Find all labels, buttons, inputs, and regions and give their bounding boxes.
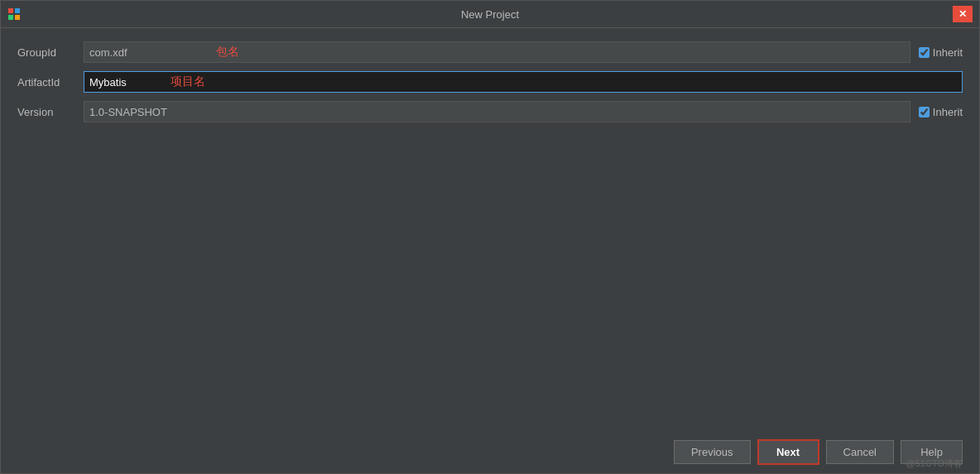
version-input[interactable] (84, 101, 910, 122)
version-inherit-checkbox[interactable] (919, 107, 930, 117)
app-icon (7, 7, 21, 21)
groupid-inherit-label: Inherit (933, 46, 963, 59)
footer: Previous Next Cancel Help @51CTO博客 (1, 431, 979, 473)
version-label: Version (17, 106, 84, 118)
new-project-dialog: New Project ✕ GroupId 包名 Inherit Artifac… (0, 0, 980, 474)
dialog-title: New Project (461, 8, 519, 21)
svg-rect-1 (15, 8, 20, 13)
svg-rect-3 (15, 15, 20, 20)
title-bar-left (7, 7, 21, 21)
groupid-input[interactable] (84, 41, 910, 63)
version-inherit-container: Inherit (919, 106, 963, 118)
previous-button[interactable]: Previous (674, 440, 751, 464)
groupid-inherit-container: Inherit (919, 46, 963, 59)
artifactid-row: ArtifactId 项目名 (17, 71, 963, 93)
svg-rect-0 (8, 8, 13, 13)
version-inherit-label: Inherit (933, 106, 963, 118)
cancel-button[interactable]: Cancel (826, 440, 894, 464)
groupid-row: GroupId 包名 Inherit (17, 41, 963, 63)
artifactid-label: ArtifactId (17, 76, 84, 89)
svg-rect-2 (8, 15, 13, 20)
groupid-inherit-checkbox[interactable] (919, 47, 930, 58)
artifactid-input[interactable] (84, 71, 963, 93)
close-button[interactable]: ✕ (953, 6, 973, 22)
version-row: Version Inherit (17, 101, 963, 122)
form-content: GroupId 包名 Inherit ArtifactId 项目名 Versio… (1, 28, 979, 431)
watermark: @51CTO博客 (906, 457, 963, 470)
groupid-label: GroupId (17, 46, 84, 59)
title-bar: New Project ✕ (1, 1, 979, 28)
next-button[interactable]: Next (757, 439, 819, 465)
